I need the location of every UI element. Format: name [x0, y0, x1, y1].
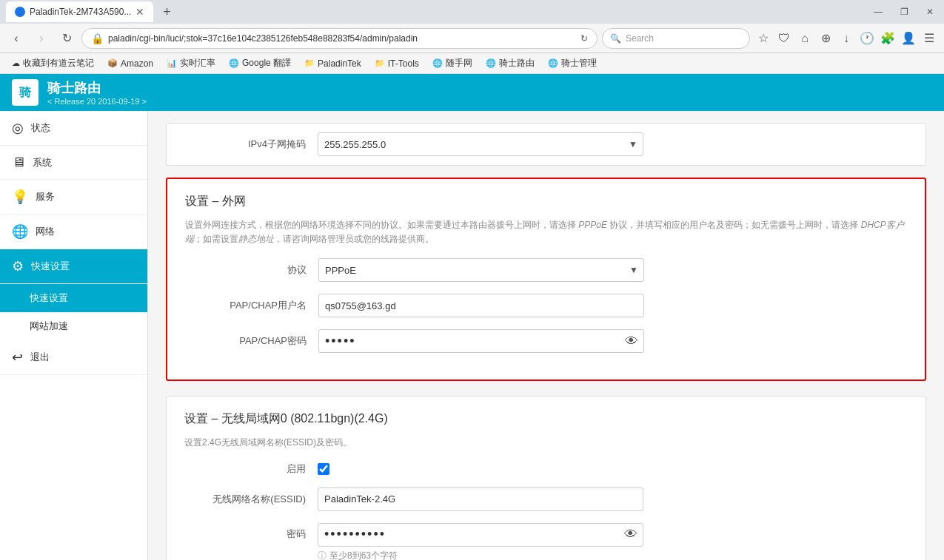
clock-icon[interactable]: 🕐	[858, 30, 876, 47]
username-control	[318, 294, 644, 317]
app-body: ◎ 状态 🖥 系统 💡 服务 🌐 网络 ⚙ 快速设置 快速设置	[0, 111, 944, 560]
browser-tab[interactable]: PaladinTek-2M743A590... ✕	[6, 1, 153, 22]
ssid-row: 无线网络名称(ESSID)	[184, 488, 908, 511]
wifi-password-toggle[interactable]: 👁	[624, 527, 637, 542]
wifi-section-desc: 设置2.4G无线局域网名称(ESSID)及密码。	[184, 436, 908, 450]
sidebar-item-service[interactable]: 💡 服务	[0, 180, 147, 215]
close-button[interactable]: ✕	[922, 5, 938, 18]
maximize-button[interactable]: ❐	[896, 5, 913, 18]
subitem-label-websiteaccel: 网站加速	[30, 320, 68, 333]
ittools-icon: 📁	[375, 58, 385, 68]
sync-icon[interactable]: ⊕	[817, 30, 834, 47]
youdao-icon: ☁	[12, 58, 20, 68]
menu-icon[interactable]: ☰	[920, 30, 938, 47]
account-icon[interactable]: 👤	[900, 30, 917, 47]
sidebar-label-network: 网络	[36, 225, 55, 238]
wan-password-wrapper: 👁	[318, 329, 644, 353]
bookmark-exchange[interactable]: 📊 实时汇率	[161, 55, 221, 71]
sidebar-label-exit: 退出	[30, 351, 50, 364]
paladintek-icon: 📁	[304, 58, 315, 68]
protocol-row: 协议 PPPoE DHCP客户端 静态地址 ▼	[185, 258, 907, 282]
tab-close-button[interactable]: ✕	[135, 6, 144, 18]
app-title: 骑士路由	[47, 79, 147, 97]
sidebar-subitem-websiteaccel[interactable]: 网站加速	[0, 312, 147, 340]
bookmark-label: 实时汇率	[180, 57, 215, 70]
exit-icon: ↩	[12, 349, 23, 365]
suishou-icon: 🌐	[432, 58, 443, 68]
wifi-section-title: 设置 – 无线局域网0 (802.11bgn)(2.4G)	[184, 411, 908, 427]
username-input[interactable]	[318, 294, 644, 317]
back-button[interactable]: ‹	[6, 28, 27, 49]
bookmark-translate[interactable]: 🌐 Google 翻譯	[223, 55, 297, 71]
sidebar-label-status: 状态	[31, 121, 50, 135]
sidebar-label-quick: 快速设置	[31, 260, 70, 273]
bookmark-router[interactable]: 🌐 骑士路由	[480, 55, 540, 71]
nav-bar: ‹ › ↻ 🔒 paladin/cgi-bin/luci/;stok=37c16…	[0, 24, 944, 53]
wan-password-input[interactable]	[318, 329, 644, 353]
wifi-enabled-row: 启用	[184, 462, 908, 476]
wifi-enabled-control	[318, 463, 643, 475]
extension-icon[interactable]: 🧩	[879, 30, 897, 47]
sidebar-item-network[interactable]: 🌐 网络	[0, 215, 147, 249]
search-placeholder: Search	[626, 33, 654, 44]
sidebar-subitem-quicksetup[interactable]: 快速设置	[0, 284, 147, 312]
protocol-control: PPPoE DHCP客户端 静态地址 ▼	[318, 258, 644, 282]
shield-icon[interactable]: 🛡	[775, 30, 793, 47]
ipv4-row: IPv4子网掩码 255.255.255.0 ▼	[184, 132, 908, 156]
address-bar[interactable]: 🔒 paladin/cgi-bin/luci/;stok=37c16e104c2…	[81, 28, 597, 49]
translate-icon: 🌐	[229, 58, 239, 68]
bookmark-label: 随手网	[446, 57, 472, 70]
bookmark-suishou[interactable]: 🌐 随手网	[426, 55, 478, 71]
bookmark-admin[interactable]: 🌐 骑士管理	[542, 55, 603, 71]
bookmark-label: IT-Tools	[388, 58, 419, 69]
ipv4-select[interactable]: 255.255.255.0	[318, 132, 643, 156]
admin-icon: 🌐	[548, 58, 558, 68]
refresh-button[interactable]: ↻	[56, 28, 77, 49]
bookmark-amazon[interactable]: 📦 Amazon	[101, 57, 159, 70]
refresh-icon[interactable]: ↻	[580, 33, 588, 44]
subitem-label-quicksetup: 快速设置	[30, 291, 68, 305]
bookmark-label: Google 翻譯	[242, 57, 291, 70]
wifi-password-hint: ⓘ 至少8到63个字符	[318, 550, 643, 560]
bookmark-paladintek[interactable]: 📁 PaladinTek	[298, 57, 367, 70]
protocol-select[interactable]: PPPoE DHCP客户端 静态地址	[318, 258, 644, 282]
hint-icon: ⓘ	[318, 550, 327, 560]
bookmarks-bar: ☁ 收藏到有道云笔记 📦 Amazon 📊 实时汇率 🌐 Google 翻譯 📁…	[0, 53, 944, 74]
sidebar-item-system[interactable]: 🖥 系统	[0, 146, 147, 180]
username-label: PAP/CHAP用户名	[185, 299, 318, 312]
app-title-area: 骑士路由 < Release 20 2016-09-19 >	[47, 79, 147, 106]
minimize-button[interactable]: —	[869, 5, 887, 18]
ssid-input[interactable]	[318, 488, 643, 511]
wifi-password-input[interactable]	[318, 523, 643, 547]
download-icon[interactable]: ↓	[837, 30, 855, 47]
search-bar[interactable]: 🔍 Search	[602, 28, 750, 49]
wan-password-control: 👁	[318, 329, 644, 353]
sidebar-label-service: 服务	[36, 190, 55, 203]
search-icon: 🔍	[610, 33, 621, 44]
username-row: PAP/CHAP用户名	[185, 294, 907, 317]
home-icon[interactable]: ⌂	[796, 30, 814, 47]
sidebar-item-quick[interactable]: ⚙ 快速设置	[0, 249, 147, 284]
app-header: 骑 骑士路由 < Release 20 2016-09-19 >	[0, 74, 944, 111]
bookmark-ittools[interactable]: 📁 IT-Tools	[369, 57, 425, 70]
wifi-password-wrapper: 👁	[318, 523, 643, 547]
wan-section-title: 设置 – 外网	[185, 194, 907, 209]
amazon-icon: 📦	[107, 58, 118, 68]
forward-button[interactable]: ›	[31, 28, 52, 49]
wan-password-toggle[interactable]: 👁	[625, 334, 638, 349]
app-logo: 骑	[12, 79, 39, 106]
sidebar-item-status[interactable]: ◎ 状态	[0, 111, 147, 146]
new-tab-button[interactable]: +	[156, 1, 177, 22]
protocol-label: 协议	[185, 263, 318, 277]
network-icon: 🌐	[12, 223, 28, 240]
router-icon: 🌐	[486, 58, 496, 68]
system-icon: 🖥	[12, 155, 25, 170]
bookmark-youdao[interactable]: ☁ 收藏到有道云笔记	[6, 55, 100, 71]
star-icon[interactable]: ☆	[754, 30, 772, 47]
wan-password-label: PAP/CHAP密码	[185, 334, 318, 348]
ipv4-select-wrapper: 255.255.255.0 ▼	[318, 132, 643, 156]
lock-icon: 🔒	[91, 33, 104, 44]
wifi-enabled-checkbox[interactable]	[318, 463, 329, 475]
sidebar-item-exit[interactable]: ↩ 退出	[0, 340, 147, 375]
wan-section: 设置 – 外网 设置外网连接方式，根据您的网络环境选择不同的协议。如果需要通过本…	[166, 178, 926, 381]
